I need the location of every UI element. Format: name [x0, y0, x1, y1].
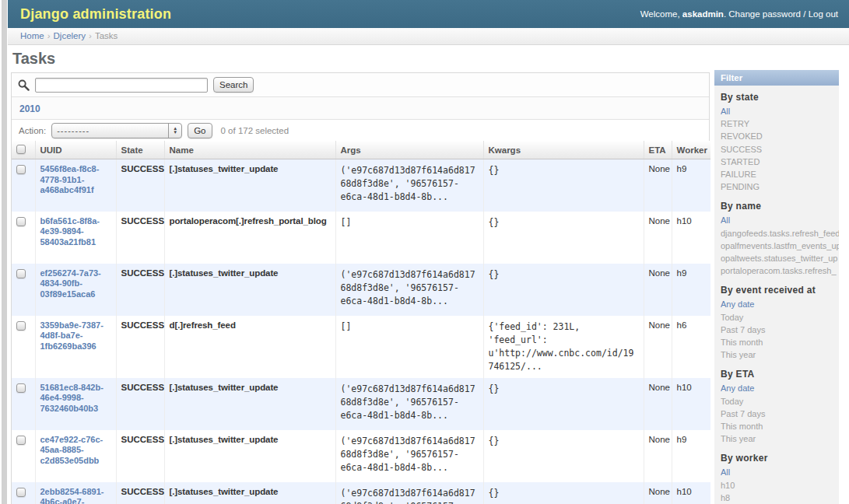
eta-cell: None [644, 212, 672, 264]
logout-link[interactable]: Log out [809, 9, 838, 19]
filter-option[interactable]: PENDING [721, 180, 839, 193]
state-cell: SUCCESS [116, 316, 164, 378]
breadcrumb-home[interactable]: Home [20, 31, 44, 40]
row-checkbox[interactable] [16, 269, 26, 278]
filter-section-title: By name [721, 201, 839, 212]
name-cell: [.]statuses_twitter_update [164, 378, 335, 430]
action-counter: 0 of 172 selected [221, 126, 289, 135]
filter-option[interactable]: opalfmevents.lastfm_events_up [721, 240, 839, 252]
row-select-cell [12, 430, 35, 482]
search-input[interactable] [35, 78, 208, 93]
task-uuid-link[interactable]: 51681ec8-842b-46e4-9998-7632460b40b3 [40, 383, 111, 415]
select-all-checkbox[interactable] [16, 145, 26, 154]
search-button[interactable]: Search [213, 77, 254, 93]
row-checkbox[interactable] [16, 217, 26, 226]
action-go-button[interactable]: Go [188, 123, 212, 138]
kwargs-cell: {} [483, 430, 644, 482]
row-checkbox[interactable] [16, 488, 26, 497]
filter-option[interactable]: FAILURE [721, 168, 839, 180]
select-all-header [12, 141, 35, 159]
filter-option[interactable]: djangofeeds.tasks.refresh_feed [721, 227, 839, 240]
args-cell: ('e97c687d13d87f614a6d81768d8f3d8e', '96… [335, 159, 483, 212]
column-header[interactable]: State [116, 141, 164, 159]
task-uuid-link[interactable]: 3359ba9e-7387-4d8f-ba7e-1fb6269ba396 [40, 320, 111, 352]
date-hierarchy: 2010 [12, 96, 709, 120]
column-header[interactable]: ETA [644, 141, 672, 159]
table-row: 2ebb8254-6891-4b6c-a0e7-4ab88c494997 SUC… [12, 482, 710, 504]
uuid-cell: 51681ec8-842b-46e4-9998-7632460b40b3 [35, 378, 116, 430]
filter-section-title: By event received at [721, 285, 839, 296]
username: askadmin [682, 9, 724, 19]
name-cell: [.]statuses_twitter_update [164, 482, 335, 504]
task-uuid-link[interactable]: b6fa561c-8f8a-4e39-9894-58403a21fb81 [40, 216, 111, 248]
search-toolbar: Search [12, 73, 709, 96]
column-header[interactable]: Name [164, 141, 335, 159]
filter-section-by-worker: By worker Allh10h8h6 [721, 453, 839, 504]
filter-option[interactable]: This month [721, 420, 839, 432]
row-select-cell [12, 159, 35, 212]
filter-option[interactable]: Any date [721, 298, 839, 310]
row-checkbox[interactable] [16, 165, 26, 174]
date-hierarchy-year-link[interactable]: 2010 [19, 103, 40, 114]
action-select[interactable]: --------- ▲▼ [51, 123, 182, 138]
filter-option[interactable]: h8 [721, 492, 839, 504]
filter-option[interactable]: SUCCESS [721, 143, 839, 156]
table-row: ef256274-7a73-4834-90fb-03f89e15aca6 SUC… [12, 264, 710, 316]
eta-cell: None [644, 482, 672, 504]
worker-cell: h9 [672, 264, 710, 316]
task-uuid-link[interactable]: 5456f8ea-f8c8-4778-91b1-a468abc4f91f [40, 164, 111, 196]
filter-option[interactable]: h10 [721, 479, 839, 492]
filter-option[interactable]: Today [721, 311, 839, 324]
filter-option[interactable]: RETRY [721, 117, 839, 130]
row-checkbox[interactable] [16, 436, 26, 445]
kwargs-cell: {} [483, 212, 644, 264]
filter-section-by-eta: By ETA Any dateTodayPast 7 daysThis mont… [721, 369, 839, 445]
filter-option[interactable]: This year [721, 348, 839, 361]
args-cell: ('e97c687d13d87f614a6d81768d8f3d8e', '96… [335, 264, 483, 316]
action-label: Action: [19, 126, 46, 135]
task-uuid-link[interactable]: 2ebb8254-6891-4b6c-a0e7-4ab88c494997 [40, 487, 111, 504]
kwargs-cell: {} [483, 378, 644, 430]
kwargs-cell: {'feed_id': 231L, 'feed_url': u'http://w… [483, 316, 644, 378]
breadcrumb-djcelery[interactable]: Djcelery [54, 31, 86, 40]
column-header[interactable]: UUID [35, 141, 116, 159]
state-cell: SUCCESS [116, 430, 164, 482]
row-checkbox[interactable] [16, 383, 26, 393]
action-select-value: --------- [52, 126, 168, 135]
filter-option[interactable]: All [721, 214, 839, 226]
filter-option[interactable]: portaloperacom.tasks.refresh_ [721, 264, 839, 277]
filter-section-title: By ETA [721, 369, 839, 380]
filter-option[interactable]: Today [721, 395, 839, 408]
name-cell: [.]statuses_twitter_update [164, 430, 335, 482]
column-header[interactable]: Kwargs [483, 141, 644, 159]
filter-option[interactable]: All [721, 105, 839, 117]
user-tools-divider: / [803, 9, 805, 19]
task-uuid-link[interactable]: ef256274-7a73-4834-90fb-03f89e15aca6 [40, 268, 111, 300]
filter-option[interactable]: STARTED [721, 156, 839, 168]
window-edge-strip [0, 0, 8, 504]
filter-option[interactable]: opaltweets.statuses_twitter_up [721, 252, 839, 264]
state-cell: SUCCESS [116, 378, 164, 430]
row-select-cell [12, 264, 35, 316]
uuid-cell: 5456f8ea-f8c8-4778-91b1-a468abc4f91f [35, 159, 116, 212]
state-cell: SUCCESS [116, 482, 164, 504]
filter-section-title: By worker [721, 453, 839, 464]
filter-option[interactable]: This month [721, 336, 839, 348]
filter-option[interactable]: This year [721, 432, 839, 445]
filter-option[interactable]: Any date [721, 382, 839, 394]
filter-option[interactable]: Past 7 days [721, 408, 839, 420]
name-cell: [.]statuses_twitter_update [164, 264, 335, 316]
filter-option[interactable]: Past 7 days [721, 324, 839, 336]
kwargs-cell: {} [483, 264, 644, 316]
state-cell: SUCCESS [116, 159, 164, 212]
column-header[interactable]: Args [335, 141, 483, 159]
filter-option[interactable]: All [721, 466, 839, 478]
name-cell: [.]statuses_twitter_update [164, 159, 335, 212]
column-header[interactable]: Worker [672, 141, 710, 159]
filter-option[interactable]: REVOKED [721, 130, 839, 142]
filter-sidebar: Filter By state AllRETRYREVOKEDSUCCESSST… [714, 70, 839, 504]
row-select-cell [12, 212, 35, 264]
change-password-link[interactable]: Change password [728, 9, 801, 19]
task-uuid-link[interactable]: ce47e922-c76c-45aa-8885-c2d853e05dbb [40, 435, 111, 467]
row-checkbox[interactable] [16, 321, 26, 331]
